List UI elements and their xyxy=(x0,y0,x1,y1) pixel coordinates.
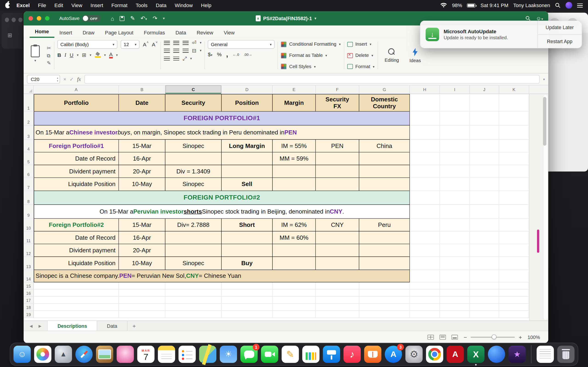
cell-E7[interactable] xyxy=(273,178,316,191)
number-format-select[interactable]: General▾ xyxy=(208,40,275,49)
spotlight-search-icon[interactable] xyxy=(555,2,561,8)
cell-K1[interactable] xyxy=(499,94,529,112)
increase-font-size-button[interactable]: A˄ xyxy=(143,41,149,47)
cell-C15[interactable] xyxy=(165,282,222,290)
cell-J15[interactable] xyxy=(470,282,499,290)
cell-I4[interactable] xyxy=(440,140,470,152)
select-all-corner[interactable] xyxy=(24,85,34,94)
cell-B10[interactable]: 15-Mar xyxy=(119,219,165,232)
cell-I17[interactable] xyxy=(440,297,470,304)
dock-pages-icon[interactable]: ✎ xyxy=(282,346,299,363)
ribbon-tab-formulas[interactable]: Formulas xyxy=(138,27,170,38)
cell-D13[interactable]: Buy xyxy=(222,257,273,270)
cell-F13[interactable] xyxy=(316,257,359,270)
cell-K14[interactable] xyxy=(499,270,529,282)
cell-D19[interactable] xyxy=(222,311,273,318)
align-center-icon[interactable] xyxy=(173,48,179,52)
search-icon[interactable] xyxy=(526,16,531,21)
column-header-F[interactable]: F xyxy=(316,85,359,94)
menu-item-insert[interactable]: Insert xyxy=(86,2,107,8)
cell-C7[interactable]: Sinopec xyxy=(165,178,222,191)
align-bottom-icon[interactable] xyxy=(183,41,189,45)
cell-F12[interactable] xyxy=(316,244,359,257)
row-header-6[interactable]: 6 xyxy=(24,165,34,178)
cell-G7[interactable] xyxy=(359,178,410,191)
italic-button[interactable]: I xyxy=(65,52,66,58)
apple-menu-icon[interactable] xyxy=(5,2,10,8)
cell-A3-merged[interactable]: On 15-Mar a Chinese investor buys, on ma… xyxy=(34,125,410,140)
cell-J6[interactable] xyxy=(470,165,499,178)
notification-action-restart-app[interactable]: Restart App xyxy=(538,34,582,48)
ribbon-tab-review[interactable]: Review xyxy=(191,27,218,38)
cancel-icon[interactable]: × xyxy=(63,76,66,82)
dock-books-icon[interactable] xyxy=(364,346,381,363)
cell-A19[interactable] xyxy=(34,311,119,318)
vertical-scrollbar[interactable] xyxy=(543,95,548,320)
cell-I13[interactable] xyxy=(440,257,470,270)
ribbon-tab-draw[interactable]: Draw xyxy=(78,27,100,38)
cell-I2[interactable] xyxy=(440,112,470,125)
vertical-scrollbar-thumb[interactable] xyxy=(543,97,546,146)
cell-A17[interactable] xyxy=(34,297,119,304)
cell-C12[interactable] xyxy=(165,244,222,257)
dock-movie-app-icon[interactable]: ★ xyxy=(509,346,526,363)
align-top-icon[interactable] xyxy=(164,41,170,45)
column-header-B[interactable]: B xyxy=(119,85,165,94)
cell-E10[interactable]: IM = 62% xyxy=(273,219,316,232)
cell-G4[interactable]: China xyxy=(359,140,410,152)
cell-C16[interactable] xyxy=(165,290,222,297)
ribbon-tab-insert[interactable]: Insert xyxy=(54,27,78,38)
font-color-button[interactable]: A xyxy=(109,51,112,58)
cell-H12[interactable] xyxy=(410,244,440,257)
cell-K19[interactable] xyxy=(499,311,529,318)
cell-B12[interactable]: 20-Apr xyxy=(119,244,165,257)
name-box-stepper[interactable]: ▴▾ xyxy=(57,76,58,82)
row-header-18[interactable]: 18 xyxy=(24,304,34,311)
cell-K7[interactable] xyxy=(499,178,529,191)
cell-I10[interactable] xyxy=(440,219,470,232)
cell-F10[interactable]: CNY xyxy=(316,219,359,232)
next-sheet-icon[interactable]: ▶ xyxy=(39,324,42,328)
cell-F16[interactable] xyxy=(316,290,359,297)
cell-J3[interactable] xyxy=(470,125,499,140)
column-header-C[interactable]: C xyxy=(165,85,222,94)
cell-D1[interactable]: Position xyxy=(222,94,273,112)
ribbon-tab-view[interactable]: View xyxy=(218,27,240,38)
cell-styles-button[interactable]: Cell Styles▾ xyxy=(281,62,341,71)
orientation-chevron-icon[interactable]: ▾ xyxy=(190,57,192,60)
cell-D10[interactable]: Short xyxy=(222,219,273,232)
dock-maps-icon[interactable] xyxy=(199,346,216,363)
row-header-11[interactable]: 11 xyxy=(24,232,34,244)
fill-chevron-icon[interactable]: ▾ xyxy=(104,53,106,57)
zoom-slider[interactable] xyxy=(471,336,515,338)
cell-I16[interactable] xyxy=(440,290,470,297)
cell-B11[interactable]: 16-Apr xyxy=(119,232,165,244)
cell-J11[interactable] xyxy=(470,232,499,244)
dock-acrobat-icon[interactable]: A xyxy=(447,346,464,363)
percent-button[interactable]: % xyxy=(217,51,222,57)
cell-I11[interactable] xyxy=(440,232,470,244)
cell-K8[interactable] xyxy=(499,191,529,205)
cell-K9[interactable] xyxy=(499,205,529,219)
dock-facetime-icon[interactable] xyxy=(261,346,278,363)
cell-E15[interactable] xyxy=(273,282,316,290)
cell-K4[interactable] xyxy=(499,140,529,152)
autosave-toggle[interactable]: OFF xyxy=(82,15,101,22)
menu-item-window[interactable]: Window xyxy=(171,2,197,8)
row-header-13[interactable]: 13 xyxy=(24,257,34,270)
cell-B5[interactable]: 16-Apr xyxy=(119,152,165,165)
row-header-19[interactable]: 19 xyxy=(24,311,34,318)
cell-G18[interactable] xyxy=(359,304,410,311)
cell-C19[interactable] xyxy=(165,311,222,318)
cell-K3[interactable] xyxy=(499,125,529,140)
cell-G1[interactable]: Domestic Country xyxy=(359,94,410,112)
cell-J2[interactable] xyxy=(470,112,499,125)
cell-F18[interactable] xyxy=(316,304,359,311)
format-painter-icon[interactable]: ✎ xyxy=(47,60,51,65)
cell-J7[interactable] xyxy=(470,178,499,191)
cell-K12[interactable] xyxy=(499,244,529,257)
cell-E19[interactable] xyxy=(273,311,316,318)
cell-A9-merged[interactable]: On 15-Mar a Peruvian investor shorts Sin… xyxy=(34,205,410,219)
title-chevron-icon[interactable]: ▾ xyxy=(314,17,316,20)
row-header-3[interactable]: 3 xyxy=(24,125,34,140)
